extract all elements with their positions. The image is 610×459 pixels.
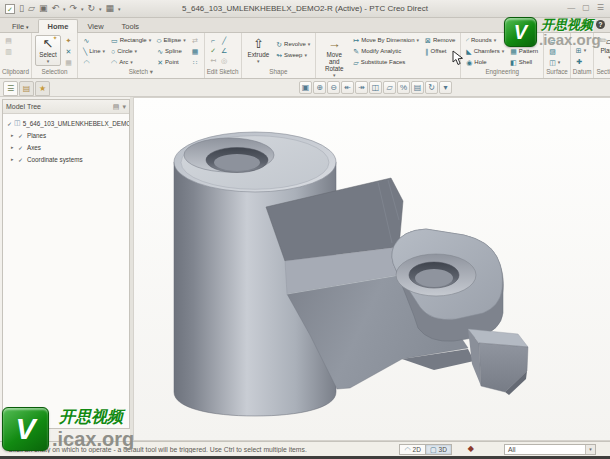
circle-button[interactable]: ○Circle▾ xyxy=(109,46,153,56)
expand-icon[interactable]: ▸ xyxy=(11,132,16,138)
save-button[interactable]: ▣ xyxy=(39,4,48,13)
tab-view[interactable]: View xyxy=(78,20,112,33)
hole-button[interactable]: ◉Hole xyxy=(464,57,506,67)
saved-views-button[interactable]: ◫ xyxy=(369,81,382,94)
group-label-sketch[interactable]: Sketch ▾ xyxy=(78,67,204,78)
zoom-scale-button[interactable]: % xyxy=(397,81,410,94)
tree-settings-icon[interactable]: ▤ xyxy=(113,103,120,110)
zoom-out-button[interactable]: ⊖ xyxy=(327,81,340,94)
toolbar-more-button[interactable]: ▾ xyxy=(439,81,452,94)
copy-button[interactable]: ▥ xyxy=(3,46,14,56)
shell-button[interactable]: ◧Shell xyxy=(508,57,540,67)
point-button[interactable]: ✕Point xyxy=(155,57,187,67)
navigator-sash[interactable] xyxy=(130,97,133,441)
undo-button[interactable]: ↶ xyxy=(51,4,59,13)
axes-checkbox[interactable]: ✓ xyxy=(18,144,25,151)
mirror-button[interactable]: ⇄ xyxy=(190,35,201,45)
surface-extend-button[interactable]: ◫▾ xyxy=(547,57,562,67)
tab-file[interactable]: File▾ xyxy=(3,20,38,33)
watermark-bottom-left: V 开思视频 .icax.org xyxy=(2,404,162,456)
extrude-button[interactable]: ⇧ Extrude ▾ xyxy=(245,35,273,66)
csys-checkbox[interactable]: ✓ xyxy=(18,156,25,163)
redo-button[interactable]: ↷ xyxy=(69,4,77,13)
filter-value: All xyxy=(505,446,585,453)
accept-tool-button[interactable]: ✓ xyxy=(208,45,219,55)
navigator-tab-folder-browser[interactable]: ▤ xyxy=(19,81,34,96)
3d-model-canvas[interactable] xyxy=(134,98,610,442)
spline-button[interactable]: ∿Spline xyxy=(155,46,187,56)
move-by-dimension-icon: ↦ xyxy=(353,37,359,44)
move-by-dimension-button[interactable]: ↦Move By Dimension▾ xyxy=(351,35,421,45)
previous-view-button[interactable]: ↞ xyxy=(341,81,354,94)
deselect-button[interactable]: ✕ xyxy=(63,46,74,56)
tree-dropdown-icon[interactable]: ▾ xyxy=(122,103,126,110)
window-menu-icon[interactable]: ☰ xyxy=(597,4,604,12)
paste-button[interactable]: ▤ xyxy=(3,35,14,45)
regenerate-dropdown-icon[interactable]: ▾ xyxy=(99,6,102,12)
arc-button[interactable]: ◠Arc▾ xyxy=(109,57,153,67)
mode-2d-button[interactable]: ◠ 2D xyxy=(400,445,424,454)
arc-alt-button[interactable]: ◠ xyxy=(81,57,92,67)
tree-item-planes[interactable]: ▸ ✓ Planes xyxy=(3,129,129,141)
navigator-tab-favorites[interactable]: ★ xyxy=(35,81,50,96)
sweep-button[interactable]: ↬Sweep▾ xyxy=(274,50,312,60)
root-checkbox[interactable]: ✓ xyxy=(7,120,12,127)
open-button[interactable]: ▱ xyxy=(28,4,35,13)
tab-home[interactable]: Home xyxy=(38,19,79,33)
smart-filter-button[interactable]: ✦ xyxy=(63,35,74,45)
select-button[interactable]: ↖✦ Select ▾ xyxy=(35,35,61,66)
tab-tools[interactable]: Tools xyxy=(113,20,149,33)
datum-axis-button[interactable]: ✚ xyxy=(574,56,585,66)
references-tool-button[interactable]: ◎ xyxy=(219,55,230,65)
select-box-button[interactable]: ▦ xyxy=(63,57,74,67)
3d-part[interactable] xyxy=(174,132,528,416)
undo-dropdown-icon[interactable]: ▾ xyxy=(63,6,66,12)
minimize-icon[interactable]: — xyxy=(567,4,575,12)
display-style-button[interactable]: ▤ xyxy=(411,81,424,94)
customize-toolbar-icon[interactable]: ▾ xyxy=(118,6,121,12)
windows-button[interactable]: ▦ xyxy=(106,4,115,13)
restore-icon[interactable]: ▢ xyxy=(582,4,590,12)
modify-analytic-button[interactable]: ✎Modify Analytic xyxy=(351,46,421,56)
sketch-points-icon: ∷ xyxy=(193,59,197,66)
select-frame-button[interactable]: ▣ xyxy=(299,81,312,94)
selection-filter-icon[interactable]: ◆ xyxy=(468,445,474,453)
rounds-button[interactable]: ◜Rounds▾ xyxy=(464,35,506,45)
chamfers-button[interactable]: ◣Chamfers▾ xyxy=(464,46,506,56)
navigator-tab-model-tree[interactable]: ☰ xyxy=(3,81,18,96)
rectangle-button[interactable]: ▭Rectangle▾ xyxy=(109,35,153,45)
tree-root-item[interactable]: ✓ ◫ 5_646_103_UMLENKHEBELX_DEMO2-R.PRT xyxy=(3,117,129,129)
substitute-faces-button[interactable]: ▱Substitute Faces xyxy=(351,57,421,67)
line-button[interactable]: ╲Line▾ xyxy=(81,46,107,56)
remove-button[interactable]: ⊠Remove xyxy=(423,35,457,45)
part-block[interactable] xyxy=(468,329,528,395)
expand-icon[interactable]: ▸ xyxy=(11,156,16,162)
group-label-sections[interactable]: Sections ▾ xyxy=(594,67,610,78)
divide-tool-button[interactable]: ╱ xyxy=(219,35,230,45)
repaint-button[interactable]: ↻ xyxy=(425,81,438,94)
planes-checkbox[interactable]: ✓ xyxy=(18,132,25,139)
move-rotate-button[interactable]: → Move and Rotate ▾ xyxy=(319,35,349,80)
tree-item-axes[interactable]: ▸ ✓ Axes xyxy=(3,141,129,153)
tree-item-coordinate-systems[interactable]: ▸ ✓ Coordinate systems xyxy=(3,153,129,165)
next-view-button[interactable]: ↠ xyxy=(355,81,368,94)
view-plane-button[interactable]: ▱ xyxy=(383,81,396,94)
project-tool-button[interactable]: ↤ xyxy=(208,55,219,65)
new-file-button[interactable]: ▯ xyxy=(19,4,24,13)
freehand-button[interactable]: ∿ xyxy=(81,35,92,45)
regenerate-button[interactable]: ↻ xyxy=(88,4,96,13)
ellipse-button[interactable]: ○Ellipse▾ xyxy=(155,35,187,45)
zoom-in-button[interactable]: ⊕ xyxy=(313,81,326,94)
sketch-modes-button[interactable]: ▦ xyxy=(190,46,201,56)
corner-tool-button[interactable]: ⌐ xyxy=(208,35,219,45)
sketch-points-button[interactable]: ∷ xyxy=(190,57,201,67)
group-shape: ⇧ Extrude ▾ ↻Revolve▾ ↬Sweep▾ Shape xyxy=(242,33,317,78)
filter-dropdown[interactable]: All ▾ xyxy=(504,444,596,455)
redo-dropdown-icon[interactable]: ▾ xyxy=(81,6,84,12)
revolve-button[interactable]: ↻Revolve▾ xyxy=(274,39,312,49)
filter-dropdown-arrow-icon[interactable]: ▾ xyxy=(585,445,595,454)
expand-icon[interactable]: ▸ xyxy=(11,144,16,150)
mode-3d-button[interactable]: ▢ 3D xyxy=(425,445,451,454)
angle-tool-button[interactable]: ∠ xyxy=(219,45,230,55)
3d-viewport[interactable] xyxy=(133,97,610,441)
